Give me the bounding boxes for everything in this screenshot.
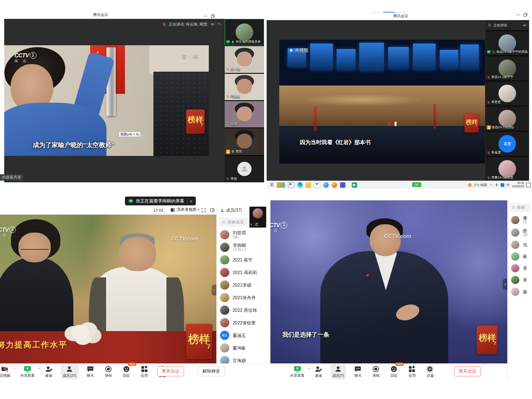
record-button[interactable]: 录制	[370, 364, 382, 379]
notification-center-icon[interactable]	[526, 183, 531, 187]
member-name-block: 李	[523, 266, 527, 271]
members-button[interactable]: 成员(37)	[61, 364, 78, 379]
mic-muted-icon	[226, 95, 230, 98]
participant-tile[interactable]: 田源	[225, 101, 264, 127]
participant-tile[interactable]: 食品21-1陈宇宁	[485, 56, 529, 80]
member-row[interactable]: 甘海妍	[217, 354, 267, 364]
member-row[interactable]: 李	[508, 274, 532, 286]
participant-tile[interactable]: 嘉雯朱嘉雯	[485, 132, 529, 156]
avatar	[220, 230, 229, 239]
restore-icon[interactable]	[524, 13, 527, 17]
taskbar-search-label[interactable]: 索	[270, 182, 274, 188]
member-row[interactable]: 曲(我	[508, 226, 532, 239]
participant-tile[interactable]: 何云海的屏幕共享	[225, 19, 264, 45]
member-name-block: 2022管纹萱	[233, 320, 256, 325]
app-icon[interactable]	[340, 182, 345, 188]
task-view-icon[interactable]	[288, 182, 294, 188]
minimize-icon[interactable]	[516, 15, 520, 15]
invite-button[interactable]: 邀请	[43, 364, 55, 379]
member-row[interactable]: 范	[508, 239, 532, 251]
member-row[interactable]: 秦	[508, 286, 532, 298]
tencent-meeting-taskbar-icon[interactable]	[352, 182, 357, 188]
leave-meeting-button[interactable]: 离开会议	[454, 366, 481, 376]
tray-mic-icon[interactable]	[495, 183, 498, 187]
tray-app-icon[interactable]	[501, 183, 504, 187]
reactions-button[interactable]: 回应NEW	[120, 364, 132, 379]
toolbar-button-label: 录制	[372, 373, 379, 378]
participant-tile[interactable]: 苟趣趣	[225, 74, 264, 100]
ime-indicator[interactable]: 中	[506, 183, 510, 187]
collapse-panel-arrow[interactable]: ‹	[503, 279, 507, 290]
fullscreen-icon[interactable]	[201, 207, 206, 213]
reactions-button[interactable]: 回应NEW	[388, 364, 400, 379]
toolbar-button-label: 共享屏幕	[290, 373, 304, 378]
edge-browser-icon[interactable]	[297, 182, 303, 188]
member-row[interactable]: 2022管纹萱	[217, 316, 267, 329]
meeting-toolbar: 共享屏幕邀请成员(7)聊天录制回应NEW应用设置 离开会议	[270, 363, 507, 379]
invite-button[interactable]: 邀请	[312, 364, 324, 379]
members-button[interactable]: 成员(7)	[330, 364, 346, 379]
leave-meeting-button[interactable]: 离开会议	[157, 366, 184, 376]
record-button[interactable]: 录制	[102, 364, 114, 379]
participant-tile[interactable]: 李想	[225, 156, 264, 182]
restore-icon[interactable]	[211, 14, 215, 18]
search-members-input[interactable]: 搜索	[509, 203, 530, 212]
member-row[interactable]: 李雨桐(主持人)	[217, 241, 267, 254]
participant-tile[interactable]: 蔡一骁	[225, 46, 264, 73]
tab-title[interactable]: 腾讯会议	[378, 13, 424, 19]
share-screen-button[interactable]: 共享屏幕	[288, 364, 306, 379]
participant-tile[interactable]: 食品21-1陈宇宁的屏幕共享	[485, 31, 529, 55]
participant-tile[interactable]: 周慧	[225, 128, 264, 155]
settings-button[interactable]: 设置	[424, 364, 436, 379]
member-row[interactable]: 刘思琪(我)	[217, 228, 267, 241]
member-row[interactable]: 2021张丹丹	[217, 291, 267, 304]
browser-icon[interactable]	[323, 182, 329, 188]
view-mode-selector[interactable]: 演讲者视图 ▾	[170, 207, 200, 212]
participant-tile[interactable]: 质量19-1杨芸芸	[485, 157, 529, 181]
chevron-up-icon[interactable]	[38, 367, 41, 370]
member-row[interactable]: 2021 慕宇	[217, 254, 267, 266]
side-panel-toggle-icon[interactable]	[210, 207, 215, 213]
member-row[interactable]: 涵玉董涵玉	[217, 329, 267, 342]
banner-menu-icon[interactable]: ≡	[190, 199, 192, 204]
unmute-button[interactable]: 解除静音	[198, 366, 225, 376]
search-members-input[interactable]: 搜索成员	[219, 218, 248, 227]
self-video-mini-tile[interactable]: 正	[249, 207, 266, 228]
member-row[interactable]: 桑(主	[508, 214, 532, 226]
taskbar-clock[interactable]: 20:39 2023/3/25	[512, 181, 524, 188]
cctv-word: CCTV	[14, 52, 29, 58]
chat-button[interactable]: 聊天	[352, 364, 364, 379]
member-row[interactable]: 2022 房佳琦	[217, 304, 267, 316]
weather-widget-icon[interactable]	[277, 182, 285, 188]
participant-tile[interactable]: 食品20-1容韵仙	[485, 106, 529, 131]
start-video-button[interactable]: 启视频	[0, 364, 13, 379]
toolbar-button-label: 应用	[141, 373, 148, 378]
red-banner: 努力提高工作水平	[0, 331, 216, 364]
member-row[interactable]: 董鸿春	[217, 342, 267, 354]
member-row[interactable]: 2021-高莉莉	[217, 266, 267, 279]
member-row[interactable]: 蒋	[508, 251, 532, 262]
chevron-up-icon[interactable]	[307, 367, 311, 370]
member-row[interactable]: 2021李硕	[217, 279, 267, 291]
tray-chevron-icon[interactable]	[489, 183, 493, 187]
mic-muted-icon	[487, 75, 490, 79]
speaker-face	[370, 224, 400, 256]
member-row[interactable]: 李	[508, 262, 532, 274]
chevron-up-icon[interactable]	[13, 367, 17, 370]
minimize-icon[interactable]	[204, 16, 207, 16]
participant-label: 周慧	[226, 150, 263, 154]
apps-button[interactable]: 应用	[138, 364, 151, 379]
weather-text[interactable]: 2°C 晴朗	[474, 183, 487, 187]
firefox-icon[interactable]	[332, 182, 337, 188]
member-list: 桑(主曲(我范蒋李李秦	[508, 214, 532, 298]
mail-app-icon[interactable]	[314, 182, 320, 188]
share-screen-button[interactable]: 共享屏幕	[18, 364, 37, 379]
collapse-panel-arrow[interactable]: ‹	[212, 285, 216, 295]
apps-button[interactable]: 应用	[406, 364, 418, 379]
screenshot-shortcut-tooltip[interactable]: 截图(Alt + A)	[119, 132, 141, 137]
participant-tile[interactable]: 李君君	[485, 81, 529, 106]
chat-button[interactable]: 聊天	[84, 364, 96, 379]
file-explorer-icon[interactable]	[306, 182, 311, 188]
host-figure	[388, 122, 390, 126]
avatar	[498, 34, 516, 52]
